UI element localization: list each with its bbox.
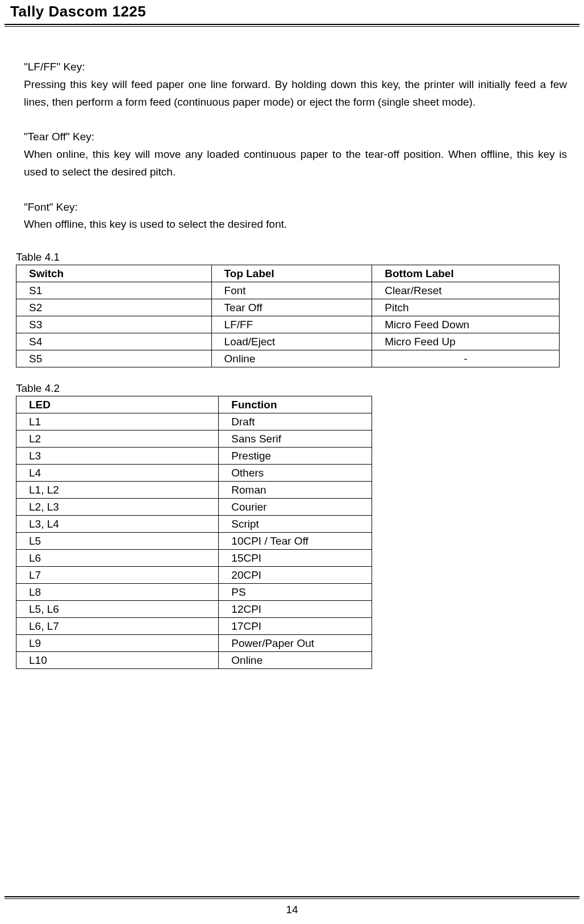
table-cell: Roman	[219, 482, 372, 499]
table-cell: L6	[16, 550, 219, 567]
section-font: "Font" Key: When offline, this key is us…	[24, 199, 567, 234]
table-row: L1, L2Roman	[16, 482, 372, 499]
table-cell: LF/FF	[211, 316, 372, 333]
table-row: L2Sans Serif	[16, 430, 372, 448]
page-number: 14	[0, 904, 584, 916]
table-row: L720CPI	[16, 567, 372, 584]
table-cell: 12CPI	[219, 601, 372, 618]
table-cell: Courier	[219, 499, 372, 516]
section-lf-ff: "LF/FF" Key: Pressing this key will feed…	[24, 58, 567, 111]
table-cell: Power/Paper Out	[219, 635, 372, 652]
table-cell: L5, L6	[16, 601, 219, 618]
table-cell: L8	[16, 584, 219, 601]
table-header: LED	[16, 396, 219, 413]
table-cell: Font	[211, 282, 372, 299]
table-cell: S3	[16, 316, 212, 333]
table-row: S5 Online -	[16, 350, 560, 367]
table-cell: S5	[16, 350, 212, 367]
key-text-tearoff: When online, this key will move any load…	[24, 146, 567, 181]
table-row: S3 LF/FF Micro Feed Down	[16, 316, 560, 333]
table-row: L510CPI / Tear Off	[16, 533, 372, 550]
table-row: S2 Tear Off Pitch	[16, 299, 560, 316]
table-42-caption: Table 4.2	[16, 382, 567, 395]
table-cell: L7	[16, 567, 219, 584]
footer-rule	[5, 896, 579, 899]
table-cell: 17CPI	[219, 618, 372, 635]
table-cell: L6, L7	[16, 618, 219, 635]
table-row: L2, L3Courier	[16, 499, 372, 516]
key-text-font: When offline, this key is used to select…	[24, 216, 567, 233]
table-row: L4Others	[16, 465, 372, 482]
table-header: Bottom Label	[372, 265, 560, 282]
table-cell: L4	[16, 465, 219, 482]
table-cell: PS	[219, 584, 372, 601]
table-cell: Load/Eject	[211, 333, 372, 350]
table-cell: L5	[16, 533, 219, 550]
table-cell: L2, L3	[16, 499, 219, 516]
table-cell: L3	[16, 448, 219, 465]
table-cell: -	[372, 350, 560, 367]
table-cell: L3, L4	[16, 516, 219, 533]
table-cell: Micro Feed Down	[372, 316, 560, 333]
table-row: L9Power/Paper Out	[16, 635, 372, 652]
section-tearoff: "Tear Off" Key: When online, this key wi…	[24, 128, 567, 181]
table-cell: L10	[16, 652, 219, 669]
table-row: L5, L612CPI	[16, 601, 372, 618]
table-cell: Sans Serif	[219, 430, 372, 448]
table-cell: Clear/Reset	[372, 282, 560, 299]
table-cell: Prestige	[219, 448, 372, 465]
key-label-lfff: "LF/FF" Key:	[24, 58, 567, 76]
main-content: "LF/FF" Key: Pressing this key will feed…	[0, 27, 584, 669]
key-text-lfff: Pressing this key will feed paper one li…	[24, 76, 567, 111]
key-label-tearoff: "Tear Off" Key:	[24, 128, 567, 146]
table-cell: Micro Feed Up	[372, 333, 560, 350]
table-block-42: Table 4.2 LED Function L1Draft L2Sans Se…	[16, 382, 567, 669]
table-row: L8PS	[16, 584, 372, 601]
table-cell: Others	[219, 465, 372, 482]
table-cell: Draft	[219, 413, 372, 430]
table-cell: S4	[16, 333, 212, 350]
page-title: Tally Dascom 1225	[0, 3, 584, 24]
table-cell: Online	[219, 652, 372, 669]
table-cell: 10CPI / Tear Off	[219, 533, 372, 550]
table-cell: L9	[16, 635, 219, 652]
table-cell: Online	[211, 350, 372, 367]
table-row: L615CPI	[16, 550, 372, 567]
table-42: LED Function L1Draft L2Sans Serif L3Pres…	[16, 396, 372, 669]
table-41: Switch Top Label Bottom Label S1 Font Cl…	[16, 265, 560, 367]
table-41-caption: Table 4.1	[16, 251, 567, 264]
table-row: LED Function	[16, 396, 372, 413]
table-cell: L1, L2	[16, 482, 219, 499]
table-header: Function	[219, 396, 372, 413]
table-cell: Tear Off	[211, 299, 372, 316]
table-cell: 20CPI	[219, 567, 372, 584]
table-row: L3Prestige	[16, 448, 372, 465]
table-row: L1Draft	[16, 413, 372, 430]
key-label-font: "Font" Key:	[24, 199, 567, 216]
table-row: L6, L717CPI	[16, 618, 372, 635]
table-block-41: Table 4.1 Switch Top Label Bottom Label …	[16, 251, 567, 367]
table-row: L3, L4Script	[16, 516, 372, 533]
table-cell: 15CPI	[219, 550, 372, 567]
table-header: Top Label	[211, 265, 372, 282]
table-cell: Pitch	[372, 299, 560, 316]
table-row: S1 Font Clear/Reset	[16, 282, 560, 299]
table-cell: S1	[16, 282, 212, 299]
table-cell: S2	[16, 299, 212, 316]
table-row: S4 Load/Eject Micro Feed Up	[16, 333, 560, 350]
table-cell: L2	[16, 430, 219, 448]
table-cell: Script	[219, 516, 372, 533]
table-cell: L1	[16, 413, 219, 430]
table-row: Switch Top Label Bottom Label	[16, 265, 560, 282]
table-header: Switch	[16, 265, 212, 282]
table-row: L10Online	[16, 652, 372, 669]
